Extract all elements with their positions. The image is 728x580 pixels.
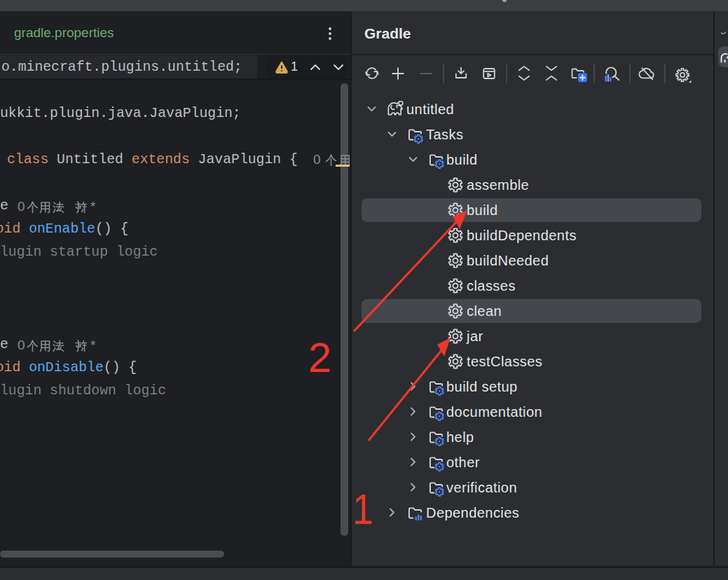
svg-text:0: 0 (313, 152, 321, 167)
svg-text:1: 1 (352, 485, 373, 533)
svg-text:2: 2 (308, 334, 331, 381)
